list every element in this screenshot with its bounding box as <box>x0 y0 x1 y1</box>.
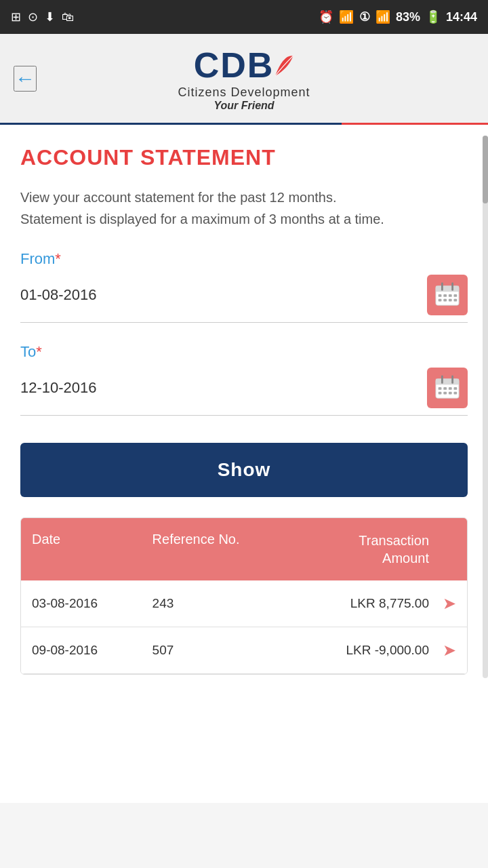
svg-rect-6 <box>449 294 452 297</box>
svg-rect-17 <box>443 387 447 390</box>
svg-rect-4 <box>439 294 442 297</box>
svg-rect-9 <box>443 299 447 302</box>
svg-rect-23 <box>454 392 458 395</box>
from-label: From* <box>20 250 468 268</box>
table-row: 03-08-2016 243 LKR 8,775.00 ➤ <box>21 580 467 627</box>
main-content: ACCOUNT STATEMENT View your account stat… <box>0 125 488 803</box>
to-date-input[interactable] <box>20 379 427 397</box>
table-row: 09-08-2016 507 LKR -9,000.00 ➤ <box>21 627 467 674</box>
svg-rect-8 <box>439 299 442 302</box>
to-label: To* <box>20 343 468 361</box>
svg-rect-20 <box>439 392 442 395</box>
logo-tagline: Your Friend <box>214 100 274 112</box>
wifi-icon: 📶 <box>339 9 354 24</box>
bag-icon: 🛍 <box>62 10 74 24</box>
logo-name: CDB <box>194 45 274 85</box>
page-title: ACCOUNT STATEMENT <box>20 145 468 170</box>
scrollbar-track <box>483 136 488 678</box>
row1-detail-button[interactable]: ➤ <box>429 594 456 613</box>
status-bar: ⊞ ⊙ ⬇ 🛍 ⏰ 📶 ① 📶 83% 🔋 14:44 <box>0 0 488 34</box>
app-header: ← CDB Citizens Development Your Friend <box>0 34 488 125</box>
time-display: 14:44 <box>446 10 477 24</box>
header-amount: TransactionAmount <box>272 532 429 567</box>
from-field-group: From* <box>20 250 468 323</box>
svg-rect-13 <box>436 379 459 385</box>
from-date-input[interactable] <box>20 286 427 304</box>
svg-rect-19 <box>454 387 458 390</box>
svg-rect-10 <box>449 299 452 302</box>
svg-rect-18 <box>449 387 452 390</box>
header-action <box>429 532 456 567</box>
svg-rect-5 <box>443 294 447 297</box>
alarm-icon: ⏰ <box>319 9 333 24</box>
row2-date: 09-08-2016 <box>32 643 152 658</box>
wechat-icon: ⊙ <box>28 9 38 24</box>
from-calendar-button[interactable] <box>427 275 468 315</box>
header-reference: Reference No. <box>152 532 273 567</box>
signal-icon: 📶 <box>375 9 390 24</box>
battery-icon: 🔋 <box>426 9 441 24</box>
status-icons-right: ⏰ 📶 ① 📶 83% 🔋 14:44 <box>319 9 477 24</box>
gallery-icon: ⊞ <box>11 9 21 24</box>
svg-rect-7 <box>454 294 458 297</box>
calendar-icon <box>434 282 460 308</box>
to-input-row <box>20 368 468 416</box>
status-icons-left: ⊞ ⊙ ⬇ 🛍 <box>11 9 74 24</box>
network-1-icon: ① <box>359 9 370 24</box>
row2-amount: LKR -9,000.00 <box>272 643 429 658</box>
download-icon: ⬇ <box>45 9 55 24</box>
to-calendar-button[interactable] <box>427 368 468 408</box>
row1-amount: LKR 8,775.00 <box>272 596 429 611</box>
description: View your account statement for the past… <box>20 186 468 230</box>
svg-rect-1 <box>436 286 459 292</box>
logo-text: CDB <box>194 45 295 85</box>
row1-date: 03-08-2016 <box>32 596 152 611</box>
svg-rect-16 <box>439 387 442 390</box>
back-button[interactable]: ← <box>14 66 37 92</box>
battery-text: 83% <box>396 10 420 24</box>
transactions-table: Date Reference No. TransactionAmount 03-… <box>20 517 468 675</box>
from-input-row <box>20 275 468 323</box>
row1-reference: 243 <box>152 596 273 611</box>
description-line1: View your account statement for the past… <box>20 190 337 205</box>
calendar-icon-2 <box>434 375 460 401</box>
logo: CDB Citizens Development Your Friend <box>178 45 310 112</box>
header-date: Date <box>32 532 152 567</box>
scrollbar-thumb[interactable] <box>483 136 488 203</box>
row2-detail-button[interactable]: ➤ <box>429 641 456 660</box>
to-field-group: To* <box>20 343 468 416</box>
svg-rect-11 <box>454 299 458 302</box>
logo-subtitle: Citizens Development <box>178 85 310 100</box>
svg-rect-21 <box>443 392 447 395</box>
table-header: Date Reference No. TransactionAmount <box>21 518 467 580</box>
logo-leaf-icon <box>272 52 294 79</box>
row2-reference: 507 <box>152 643 273 658</box>
description-line2: Statement is displayed for a maximum of … <box>20 212 384 226</box>
show-button[interactable]: Show <box>20 443 468 497</box>
svg-rect-22 <box>449 392 452 395</box>
